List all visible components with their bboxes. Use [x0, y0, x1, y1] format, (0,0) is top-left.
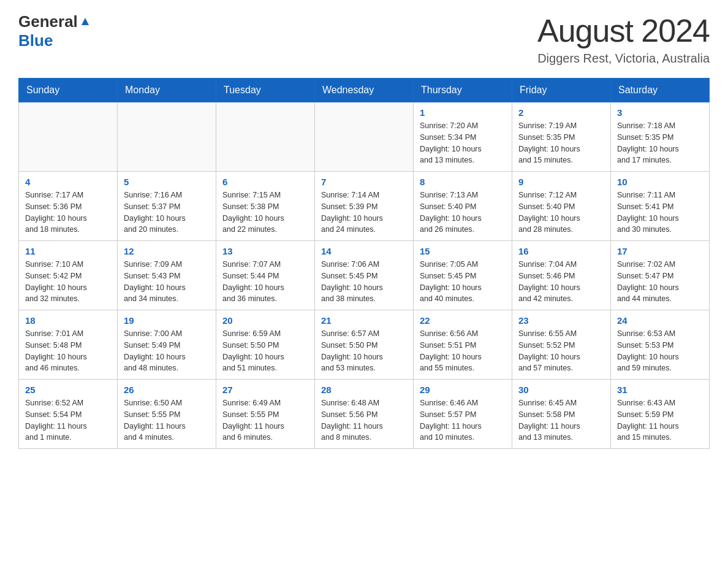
page-header: General Blue August 2024 Diggers Rest, V…: [18, 12, 710, 66]
day-info: Sunrise: 7:06 AM Sunset: 5:45 PM Dayligh…: [321, 259, 407, 305]
header-sunday: Sunday: [19, 79, 118, 102]
day-cell: 30Sunrise: 6:45 AM Sunset: 5:58 PM Dayli…: [512, 380, 611, 449]
day-info: Sunrise: 6:43 AM Sunset: 5:59 PM Dayligh…: [617, 397, 703, 443]
week-row-4: 18Sunrise: 7:01 AM Sunset: 5:48 PM Dayli…: [19, 310, 710, 380]
day-number: 6: [222, 177, 308, 187]
day-number: 3: [617, 107, 703, 118]
day-number: 21: [321, 315, 407, 326]
day-cell: 10Sunrise: 7:11 AM Sunset: 5:41 PM Dayli…: [611, 172, 710, 241]
day-cell: 17Sunrise: 7:02 AM Sunset: 5:47 PM Dayli…: [611, 241, 710, 310]
day-cell: 20Sunrise: 6:59 AM Sunset: 5:50 PM Dayli…: [216, 310, 315, 380]
day-info: Sunrise: 7:18 AM Sunset: 5:35 PM Dayligh…: [617, 120, 703, 166]
header-tuesday: Tuesday: [216, 79, 315, 102]
day-number: 24: [617, 315, 703, 326]
day-cell: 21Sunrise: 6:57 AM Sunset: 5:50 PM Dayli…: [315, 310, 414, 380]
day-number: 27: [222, 385, 308, 395]
day-cell: 6Sunrise: 7:15 AM Sunset: 5:38 PM Daylig…: [216, 172, 315, 241]
title-section: August 2024 Diggers Rest, Victoria, Aust…: [537, 12, 710, 66]
week-row-2: 4Sunrise: 7:17 AM Sunset: 5:36 PM Daylig…: [19, 172, 710, 241]
header-row: Sunday Monday Tuesday Wednesday Thursday…: [19, 79, 710, 102]
day-cell: 8Sunrise: 7:13 AM Sunset: 5:40 PM Daylig…: [414, 172, 512, 241]
day-info: Sunrise: 7:20 AM Sunset: 5:34 PM Dayligh…: [420, 120, 506, 166]
day-number: 5: [124, 177, 210, 187]
day-number: 31: [617, 385, 703, 395]
day-number: 22: [420, 315, 506, 326]
day-info: Sunrise: 6:53 AM Sunset: 5:53 PM Dayligh…: [617, 328, 703, 374]
day-info: Sunrise: 6:56 AM Sunset: 5:51 PM Dayligh…: [420, 328, 506, 374]
day-cell: [19, 102, 118, 172]
header-saturday: Saturday: [611, 79, 710, 102]
header-wednesday: Wednesday: [315, 79, 414, 102]
day-number: 16: [518, 246, 604, 256]
day-info: Sunrise: 7:04 AM Sunset: 5:46 PM Dayligh…: [518, 259, 604, 305]
day-cell: 2Sunrise: 7:19 AM Sunset: 5:35 PM Daylig…: [512, 102, 611, 172]
day-info: Sunrise: 6:50 AM Sunset: 5:55 PM Dayligh…: [124, 397, 210, 443]
day-info: Sunrise: 7:11 AM Sunset: 5:41 PM Dayligh…: [617, 190, 703, 236]
day-info: Sunrise: 7:17 AM Sunset: 5:36 PM Dayligh…: [25, 190, 111, 236]
day-info: Sunrise: 6:59 AM Sunset: 5:50 PM Dayligh…: [222, 328, 308, 374]
day-number: 7: [321, 177, 407, 187]
day-cell: 16Sunrise: 7:04 AM Sunset: 5:46 PM Dayli…: [512, 241, 611, 310]
day-info: Sunrise: 7:02 AM Sunset: 5:47 PM Dayligh…: [617, 259, 703, 305]
day-info: Sunrise: 7:07 AM Sunset: 5:44 PM Dayligh…: [222, 259, 308, 305]
day-cell: 25Sunrise: 6:52 AM Sunset: 5:54 PM Dayli…: [19, 380, 118, 449]
day-info: Sunrise: 6:45 AM Sunset: 5:58 PM Dayligh…: [518, 397, 604, 443]
day-number: 20: [222, 315, 308, 326]
header-friday: Friday: [512, 79, 611, 102]
day-cell: 12Sunrise: 7:09 AM Sunset: 5:43 PM Dayli…: [118, 241, 216, 310]
day-info: Sunrise: 7:10 AM Sunset: 5:42 PM Dayligh…: [25, 259, 111, 305]
day-cell: 7Sunrise: 7:14 AM Sunset: 5:39 PM Daylig…: [315, 172, 414, 241]
day-cell: 28Sunrise: 6:48 AM Sunset: 5:56 PM Dayli…: [315, 380, 414, 449]
day-number: 10: [617, 177, 703, 187]
day-info: Sunrise: 6:52 AM Sunset: 5:54 PM Dayligh…: [25, 397, 111, 443]
svg-marker-0: [82, 18, 89, 25]
day-cell: 23Sunrise: 6:55 AM Sunset: 5:52 PM Dayli…: [512, 310, 611, 380]
day-info: Sunrise: 7:15 AM Sunset: 5:38 PM Dayligh…: [222, 190, 308, 236]
week-row-5: 25Sunrise: 6:52 AM Sunset: 5:54 PM Dayli…: [19, 380, 710, 449]
day-number: 25: [25, 385, 111, 395]
day-number: 15: [420, 246, 506, 256]
logo-blue-text: Blue: [18, 31, 53, 50]
week-row-1: 1Sunrise: 7:20 AM Sunset: 5:34 PM Daylig…: [19, 102, 710, 172]
day-number: 17: [617, 246, 703, 256]
day-cell: [216, 102, 315, 172]
day-number: 8: [420, 177, 506, 187]
week-row-3: 11Sunrise: 7:10 AM Sunset: 5:42 PM Dayli…: [19, 241, 710, 310]
logo: General Blue: [18, 12, 90, 50]
day-cell: 18Sunrise: 7:01 AM Sunset: 5:48 PM Dayli…: [19, 310, 118, 380]
day-info: Sunrise: 6:49 AM Sunset: 5:55 PM Dayligh…: [222, 397, 308, 443]
day-info: Sunrise: 7:01 AM Sunset: 5:48 PM Dayligh…: [25, 328, 111, 374]
location-subtitle: Diggers Rest, Victoria, Australia: [537, 52, 710, 66]
day-cell: 3Sunrise: 7:18 AM Sunset: 5:35 PM Daylig…: [611, 102, 710, 172]
logo-general-text: General: [18, 12, 78, 31]
day-number: 14: [321, 246, 407, 256]
day-cell: 9Sunrise: 7:12 AM Sunset: 5:40 PM Daylig…: [512, 172, 611, 241]
day-cell: [315, 102, 414, 172]
day-number: 13: [222, 246, 308, 256]
day-info: Sunrise: 7:00 AM Sunset: 5:49 PM Dayligh…: [124, 328, 210, 374]
day-info: Sunrise: 7:14 AM Sunset: 5:39 PM Dayligh…: [321, 190, 407, 236]
day-cell: 15Sunrise: 7:05 AM Sunset: 5:45 PM Dayli…: [414, 241, 512, 310]
day-info: Sunrise: 6:57 AM Sunset: 5:50 PM Dayligh…: [321, 328, 407, 374]
day-cell: 5Sunrise: 7:16 AM Sunset: 5:37 PM Daylig…: [118, 172, 216, 241]
day-cell: 24Sunrise: 6:53 AM Sunset: 5:53 PM Dayli…: [611, 310, 710, 380]
day-cell: 27Sunrise: 6:49 AM Sunset: 5:55 PM Dayli…: [216, 380, 315, 449]
day-cell: 13Sunrise: 7:07 AM Sunset: 5:44 PM Dayli…: [216, 241, 315, 310]
day-info: Sunrise: 7:05 AM Sunset: 5:45 PM Dayligh…: [420, 259, 506, 305]
day-cell: 4Sunrise: 7:17 AM Sunset: 5:36 PM Daylig…: [19, 172, 118, 241]
day-info: Sunrise: 7:12 AM Sunset: 5:40 PM Dayligh…: [518, 190, 604, 236]
day-cell: [118, 102, 216, 172]
day-number: 1: [420, 107, 506, 118]
day-info: Sunrise: 7:16 AM Sunset: 5:37 PM Dayligh…: [124, 190, 210, 236]
day-cell: 11Sunrise: 7:10 AM Sunset: 5:42 PM Dayli…: [19, 241, 118, 310]
day-number: 2: [518, 107, 604, 118]
day-info: Sunrise: 7:13 AM Sunset: 5:40 PM Dayligh…: [420, 190, 506, 236]
day-number: 29: [420, 385, 506, 395]
day-cell: 14Sunrise: 7:06 AM Sunset: 5:45 PM Dayli…: [315, 241, 414, 310]
day-number: 9: [518, 177, 604, 187]
month-title: August 2024: [537, 12, 710, 49]
day-number: 26: [124, 385, 210, 395]
day-cell: 1Sunrise: 7:20 AM Sunset: 5:34 PM Daylig…: [414, 102, 512, 172]
day-info: Sunrise: 6:48 AM Sunset: 5:56 PM Dayligh…: [321, 397, 407, 443]
day-number: 19: [124, 315, 210, 326]
